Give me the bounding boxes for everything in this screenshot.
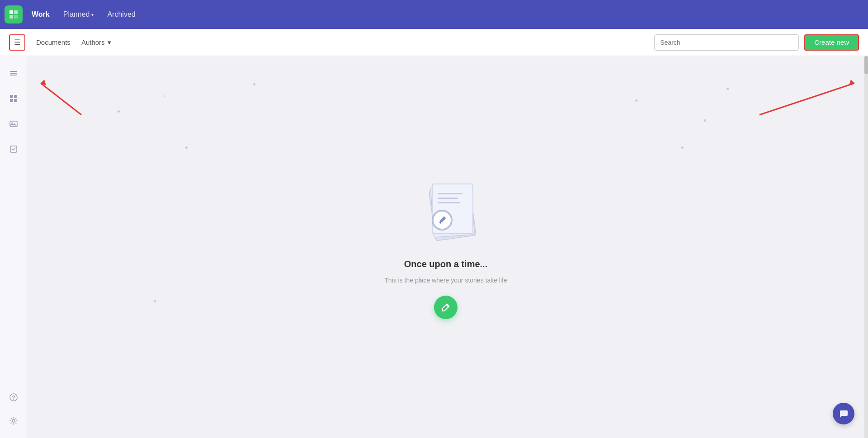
decor-dot-2 (253, 83, 255, 85)
svg-rect-9 (10, 99, 13, 102)
decor-dot-7 (154, 300, 156, 302)
svg-rect-8 (14, 95, 17, 98)
chevron-down-icon: ▾ (91, 12, 94, 17)
nav-item-archived[interactable]: Archived (107, 9, 135, 20)
main-layout: ? + + (0, 56, 868, 438)
svg-rect-7 (10, 95, 13, 98)
svg-rect-21 (438, 198, 458, 199)
sidebar-icon-list[interactable] (5, 65, 22, 81)
authors-label: Authors (81, 38, 105, 46)
toolbar-right: Create new (654, 34, 859, 51)
scrollbar[interactable] (864, 56, 868, 438)
fab-create-button[interactable] (434, 296, 458, 319)
svg-text:?: ? (12, 395, 15, 401)
decor-dot-4 (726, 88, 729, 90)
svg-rect-22 (438, 202, 460, 203)
svg-point-16 (12, 419, 15, 422)
main-content: + + (27, 56, 864, 438)
sidebar: ? (0, 56, 27, 438)
authors-dropdown-button[interactable]: Authors ▾ (76, 36, 117, 49)
decor-dot-6 (681, 146, 684, 149)
sidebar-icon-help[interactable]: ? (5, 389, 22, 405)
svg-rect-6 (10, 75, 17, 75)
illustration (405, 175, 486, 247)
decor-dot-3 (704, 119, 706, 122)
sidebar-bottom: ? (5, 389, 22, 429)
chat-button[interactable] (833, 403, 854, 424)
nav-items: Work Planned ▾ Archived (32, 9, 136, 20)
top-navigation: Work Planned ▾ Archived (0, 0, 868, 29)
nav-item-planned[interactable]: Planned ▾ (63, 9, 94, 20)
svg-marker-26 (41, 80, 46, 85)
svg-rect-0 (9, 10, 13, 14)
svg-rect-20 (438, 193, 462, 194)
scrollbar-thumb[interactable] (864, 56, 868, 74)
documents-tab[interactable]: Documents (31, 36, 76, 49)
sidebar-icon-edit[interactable] (5, 141, 22, 157)
sidebar-icon-image[interactable] (5, 116, 22, 132)
svg-line-25 (41, 83, 81, 115)
decor-plus-2: + (635, 97, 638, 104)
create-new-button[interactable]: Create new (804, 34, 859, 51)
nav-item-work[interactable]: Work (32, 9, 50, 20)
empty-state-title: Once upon a time... (404, 259, 487, 269)
sidebar-icon-settings[interactable] (5, 413, 22, 429)
decor-dot-1 (118, 110, 120, 113)
svg-rect-2 (9, 15, 13, 19)
svg-marker-28 (849, 80, 854, 85)
svg-rect-1 (14, 10, 18, 14)
empty-state: Once upon a time... This is the place wh… (384, 175, 507, 319)
search-input[interactable] (654, 34, 799, 51)
authors-chevron-icon: ▾ (108, 38, 111, 47)
svg-rect-4 (10, 71, 17, 72)
sidebar-icon-grid[interactable] (5, 90, 22, 107)
app-logo[interactable] (5, 5, 23, 24)
empty-state-subtitle: This is the place where your stories tak… (384, 277, 507, 284)
svg-line-27 (760, 83, 854, 115)
sidebar-toggle-button[interactable]: ☰ (9, 34, 25, 51)
sub-toolbar: ☰ Documents Authors ▾ Create new (0, 29, 868, 56)
decor-dot-5 (185, 146, 188, 149)
decor-plus-1: + (163, 92, 166, 99)
svg-rect-10 (14, 99, 17, 102)
svg-rect-3 (14, 15, 18, 19)
svg-rect-5 (10, 73, 17, 74)
hamburger-icon: ☰ (14, 39, 20, 46)
